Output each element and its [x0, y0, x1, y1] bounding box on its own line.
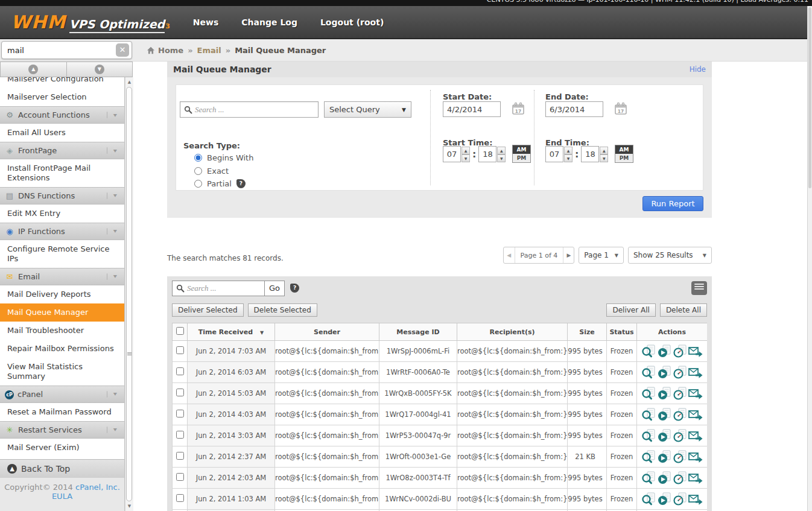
unfreeze-message-icon[interactable] — [673, 471, 687, 484]
nav-item-logout-root[interactable]: Logout (root) — [320, 17, 384, 27]
send-message-icon[interactable] — [688, 366, 703, 379]
cpanel-link[interactable]: cPanel, Inc. — [75, 483, 120, 492]
deliver-message-icon[interactable] — [657, 492, 671, 506]
deliver-selected-button[interactable]: Deliver Selected — [172, 303, 244, 317]
step-down-icon[interactable]: ▼ — [600, 154, 608, 162]
step-up-icon[interactable]: ▲ — [564, 147, 573, 154]
send-message-icon[interactable] — [688, 429, 703, 442]
sidebar-item-reset-a-mailman-password[interactable]: Reset a Mailman Password — [0, 403, 124, 421]
sidebar-item-mail-server-exim[interactable]: Mail Server (Exim) — [0, 439, 124, 457]
delete-selected-button[interactable]: Delete Selected — [248, 303, 317, 317]
page-indicator[interactable]: Page 1 of 4 — [515, 247, 563, 263]
step-up-icon[interactable]: ▲ — [462, 147, 470, 154]
end-ampm-toggle[interactable]: AM PM — [615, 145, 633, 163]
sidebar-item-edit-mx-entry[interactable]: Edit MX Entry — [0, 205, 124, 223]
chevron-down-icon[interactable]: ▼ — [107, 228, 119, 234]
filter-search-box[interactable]: Search ... — [180, 101, 319, 118]
unfreeze-message-icon[interactable] — [673, 387, 687, 400]
row-checkbox[interactable] — [176, 346, 184, 354]
next-page-icon[interactable]: ▶ — [563, 247, 574, 263]
sidebar-group-frontpage[interactable]: ◈FrontPage▼ — [0, 142, 124, 159]
sidebar-scrollbar[interactable]: ▲ ▼ — [125, 77, 133, 511]
row-checkbox[interactable] — [176, 389, 184, 396]
view-message-icon[interactable] — [641, 450, 656, 463]
step-up-icon[interactable]: ▲ — [600, 147, 608, 154]
row-checkbox[interactable] — [176, 367, 184, 375]
unfreeze-message-icon[interactable] — [673, 366, 687, 379]
send-message-icon[interactable] — [688, 471, 703, 484]
sidebar-scroll-down-button[interactable]: ▼ — [67, 62, 133, 77]
deliver-message-icon[interactable] — [657, 450, 671, 463]
breadcrumb-home[interactable]: Home — [158, 46, 183, 55]
sidebar-group-email[interactable]: ✉Email▼ — [0, 268, 124, 285]
column-header-time-received[interactable]: Time Received▼ — [188, 323, 275, 341]
pm-option[interactable]: PM — [513, 154, 530, 162]
end-minute-input[interactable] — [581, 146, 599, 162]
deliver-message-icon[interactable] — [657, 344, 671, 358]
end-hour-input[interactable] — [545, 146, 563, 162]
nav-item-news[interactable]: News — [193, 17, 218, 27]
sort-desc-icon[interactable]: ▼ — [260, 330, 264, 335]
go-button[interactable]: Go — [264, 281, 284, 296]
radio-partial[interactable] — [194, 180, 202, 188]
calendar-icon[interactable]: 17 — [512, 101, 525, 116]
prev-page-icon[interactable]: ◀ — [504, 247, 515, 263]
delete-all-button[interactable]: Delete All — [660, 303, 707, 317]
deliver-message-icon[interactable] — [657, 471, 671, 484]
calendar-icon[interactable]: 17 — [614, 101, 627, 116]
deliver-message-icon[interactable] — [657, 387, 671, 400]
unfreeze-message-icon[interactable] — [673, 408, 687, 421]
sidebar-item-configure-remote-service-ips[interactable]: Configure Remote Service IPs — [0, 240, 124, 268]
page-scrollbar[interactable] — [807, 6, 812, 511]
start-date-input[interactable] — [443, 101, 501, 117]
select-all-checkbox[interactable] — [176, 327, 184, 335]
chevron-down-icon[interactable]: ▼ — [107, 147, 119, 153]
start-ampm-toggle[interactable]: AM PM — [512, 145, 531, 163]
scrollbar-up-icon[interactable]: ▲ — [125, 80, 133, 84]
chevron-down-icon[interactable]: ▼ — [107, 192, 119, 198]
send-message-icon[interactable] — [688, 492, 703, 506]
radio-exact[interactable] — [194, 167, 202, 175]
sidebar-filter-input[interactable] — [2, 46, 116, 55]
sidebar-item-mailserver-selection[interactable]: Mailserver Selection — [0, 88, 124, 106]
help-icon[interactable]: ? — [290, 284, 299, 293]
unfreeze-message-icon[interactable] — [673, 450, 687, 463]
unfreeze-message-icon[interactable] — [673, 429, 687, 442]
sidebar-item-mail-queue-manager[interactable]: Mail Queue Manager — [0, 303, 124, 322]
select-query-dropdown[interactable]: Select Query ▼ — [324, 101, 411, 118]
view-message-icon[interactable] — [641, 471, 656, 484]
nav-item-change-log[interactable]: Change Log — [241, 17, 297, 27]
chevron-down-icon[interactable]: ▼ — [107, 391, 119, 397]
sidebar-item-mailserver-configuration[interactable]: Mailserver Configuration — [0, 77, 124, 88]
search-type-option-partial[interactable]: Partial? — [194, 179, 246, 188]
sidebar-item-mail-troubleshooter[interactable]: Mail Troubleshooter — [0, 322, 124, 340]
pm-option[interactable]: PM — [615, 154, 633, 162]
chevron-down-icon[interactable]: ▼ — [107, 427, 119, 433]
radio-begins-with[interactable] — [194, 154, 202, 162]
view-message-icon[interactable] — [641, 344, 656, 358]
sidebar-item-mail-delivery-reports[interactable]: Mail Delivery Reports — [0, 285, 124, 303]
sidebar-group-restart-services[interactable]: ✳Restart Services▼ — [0, 421, 124, 439]
sidebar-group-ip-functions[interactable]: ◉IP Functions▼ — [0, 223, 124, 240]
sidebar-filter-search[interactable]: ✕ — [1, 41, 132, 59]
chevron-down-icon[interactable]: ▼ — [107, 273, 119, 279]
row-checkbox[interactable] — [176, 410, 184, 417]
search-type-option-exact[interactable]: Exact — [194, 167, 229, 176]
am-option[interactable]: AM — [615, 145, 633, 154]
scrollbar-thumb[interactable] — [126, 87, 132, 501]
view-message-icon[interactable] — [641, 387, 656, 400]
row-checkbox[interactable] — [176, 452, 184, 460]
sidebar-item-view-mail-statistics-summary[interactable]: View Mail Statistics Summary — [0, 358, 124, 386]
view-message-icon[interactable] — [641, 429, 656, 442]
help-icon[interactable]: ? — [236, 179, 246, 188]
deliver-all-button[interactable]: Deliver All — [606, 303, 655, 317]
clear-search-icon[interactable]: ✕ — [116, 43, 129, 57]
page-select-dropdown[interactable]: Page 1 ▼ — [579, 247, 624, 264]
whm-logo[interactable]: WHM VPS Optimized 3 — [11, 11, 170, 33]
row-checkbox[interactable] — [176, 494, 184, 502]
view-message-icon[interactable] — [641, 408, 656, 421]
send-message-icon[interactable] — [688, 387, 703, 400]
row-checkbox[interactable] — [176, 473, 184, 481]
deliver-message-icon[interactable] — [657, 429, 671, 442]
sidebar-item-install-frontpage-mail-extensions[interactable]: Install FrontPage Mail Extensions — [0, 159, 124, 187]
